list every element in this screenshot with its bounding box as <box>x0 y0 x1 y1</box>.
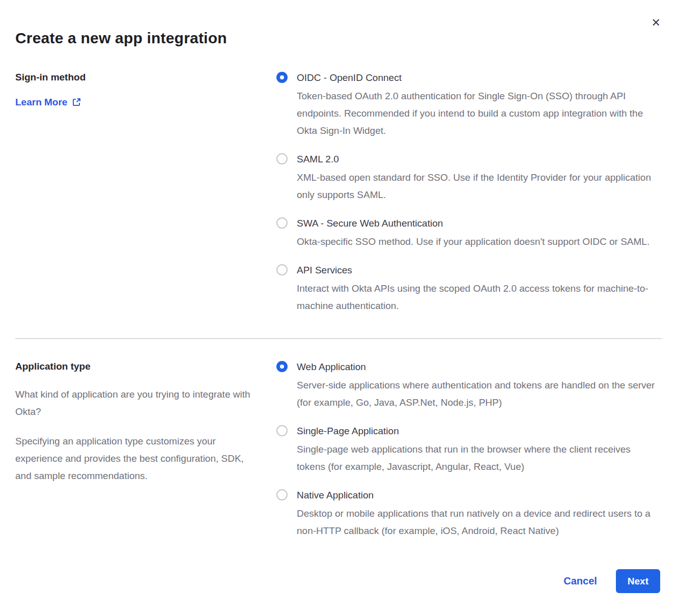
option-label: Native Application <box>297 489 662 502</box>
radio-option-single-page-application[interactable]: Single-Page Application Single-page web … <box>276 425 662 475</box>
close-icon[interactable]: ✕ <box>652 17 661 29</box>
radio-icon[interactable] <box>276 72 288 83</box>
option-description: Token-based OAuth 2.0 authentication for… <box>297 88 662 139</box>
application-type-question: What kind of application are you trying … <box>15 386 256 421</box>
section-divider <box>15 338 662 339</box>
application-type-help-text: Specifying an application type customize… <box>15 433 256 485</box>
cancel-button[interactable]: Cancel <box>563 575 597 587</box>
option-label: Web Application <box>297 360 662 374</box>
option-label: OIDC - OpenID Connect <box>297 71 662 85</box>
radio-icon[interactable] <box>276 153 288 164</box>
option-description: Interact with Okta APIs using the scoped… <box>297 280 662 315</box>
radio-option-oidc[interactable]: OIDC - OpenID Connect Token-based OAuth … <box>276 71 662 139</box>
option-description: Okta-specific SSO method. Use if your ap… <box>297 233 649 250</box>
signin-method-options: OIDC - OpenID Connect Token-based OAuth … <box>276 71 662 315</box>
option-texts: SWA - Secure Web Authentication Okta-spe… <box>297 217 649 250</box>
option-texts: OIDC - OpenID Connect Token-based OAuth … <box>297 71 662 139</box>
option-label: Single-Page Application <box>297 425 662 438</box>
radio-icon[interactable] <box>276 425 288 436</box>
option-description: Server-side applications where authentic… <box>297 377 662 411</box>
radio-option-saml[interactable]: SAML 2.0 XML-based open standard for SSO… <box>276 153 662 204</box>
dialog-footer: Cancel Next <box>15 569 662 593</box>
radio-option-native-application[interactable]: Native Application Desktop or mobile app… <box>276 489 662 540</box>
radio-icon[interactable] <box>276 217 288 229</box>
option-label: API Services <box>297 264 662 277</box>
application-type-section: Application type What kind of applicatio… <box>15 360 662 540</box>
radio-option-swa[interactable]: SWA - Secure Web Authentication Okta-spe… <box>276 217 662 250</box>
page-title: Create a new app integration <box>15 30 662 47</box>
external-link-icon <box>72 97 81 107</box>
signin-method-label: Sign-in method <box>15 71 256 83</box>
radio-icon[interactable] <box>276 264 288 275</box>
application-type-label: Application type <box>15 360 256 373</box>
signin-method-left-column: Sign-in method Learn More <box>15 71 276 108</box>
option-description: Desktop or mobile applications that run … <box>297 505 662 540</box>
option-label: SAML 2.0 <box>297 153 662 166</box>
create-app-integration-dialog: ✕ Create a new app integration Sign-in m… <box>0 0 678 616</box>
option-description: Single-page web applications that run in… <box>297 441 662 475</box>
next-button[interactable]: Next <box>616 569 660 593</box>
radio-icon[interactable] <box>276 361 288 372</box>
option-texts: Native Application Desktop or mobile app… <box>297 489 662 540</box>
radio-option-web-application[interactable]: Web Application Server-side applications… <box>276 360 662 411</box>
option-texts: Web Application Server-side applications… <box>297 360 662 411</box>
signin-method-section: Sign-in method Learn More OIDC - OpenID … <box>15 71 662 315</box>
radio-icon[interactable] <box>276 489 288 500</box>
learn-more-link[interactable]: Learn More <box>15 97 81 108</box>
option-description: XML-based open standard for SSO. Use if … <box>297 169 662 204</box>
option-texts: API Services Interact with Okta APIs usi… <box>297 264 662 315</box>
application-type-left-column: Application type What kind of applicatio… <box>15 360 276 485</box>
application-type-options: Web Application Server-side applications… <box>276 360 662 540</box>
learn-more-label: Learn More <box>15 97 67 108</box>
option-texts: SAML 2.0 XML-based open standard for SSO… <box>297 153 662 204</box>
option-label: SWA - Secure Web Authentication <box>297 217 649 230</box>
radio-option-api-services[interactable]: API Services Interact with Okta APIs usi… <box>276 264 662 315</box>
option-texts: Single-Page Application Single-page web … <box>297 425 662 475</box>
